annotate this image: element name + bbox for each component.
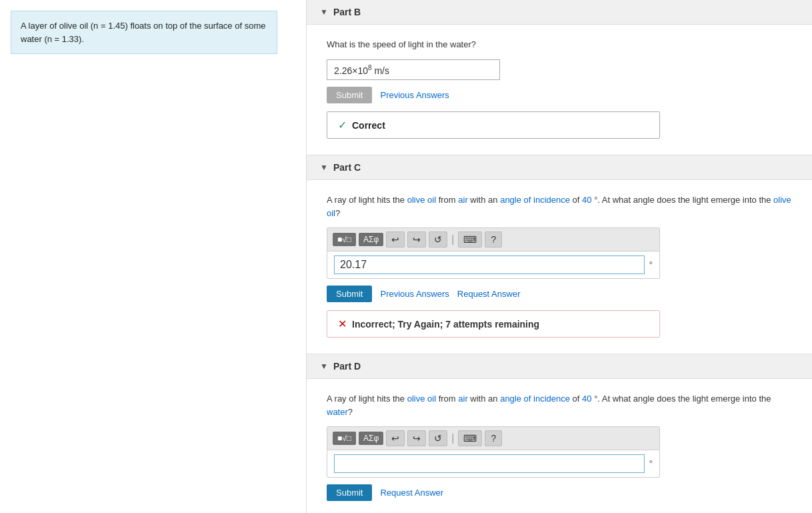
part-c-previous-answers-link[interactable]: Previous Answers	[380, 289, 449, 299]
part-b-body: What is the speed of light in the water?…	[307, 25, 812, 155]
part-d-reset-btn[interactable]: ↺	[429, 430, 447, 446]
part-d-math-input-container: ■√□ ΑΣφ ↩ ↪ ↺ | ⌨ ? °	[327, 426, 660, 478]
part-d-request-answer-link[interactable]: Request Answer	[380, 488, 443, 498]
part-d-sqrt-btn[interactable]: ■√□	[333, 432, 356, 445]
part-c-math-input-container: ■√□ ΑΣφ ↩ ↪ ↺ | ⌨ ? °	[327, 227, 660, 279]
part-c-undo-btn[interactable]: ↩	[386, 231, 405, 247]
part-b-previous-answers-link[interactable]: Previous Answers	[380, 90, 449, 100]
part-c-keyboard-btn[interactable]: ⌨	[458, 231, 482, 247]
part-c-degree-symbol: °	[649, 260, 653, 270]
part-d-body: A ray of light hits the olive oil from a…	[307, 379, 812, 513]
part-c-actions: Submit Previous Answers Request Answer	[327, 286, 792, 302]
part-b-answer-value: 2.26×108 m/s	[334, 64, 389, 76]
main-content: ▼ Part B What is the speed of light in t…	[307, 0, 812, 513]
part-d-symbol-btn[interactable]: ΑΣφ	[359, 432, 383, 445]
part-d-toolbar: ■√□ ΑΣφ ↩ ↪ ↺ | ⌨ ?	[327, 427, 659, 450]
part-c-section: ▼ Part C A ray of light hits the olive o…	[307, 155, 812, 354]
part-d-input-area: °	[327, 450, 659, 477]
part-c-redo-btn[interactable]: ↪	[407, 231, 426, 247]
part-d-label: Part D	[333, 361, 361, 372]
part-c-question: A ray of light hits the olive oil from a…	[327, 193, 792, 219]
part-d-submit-button[interactable]: Submit	[327, 484, 372, 501]
part-c-symbol-btn[interactable]: ΑΣφ	[359, 233, 383, 246]
part-b-section: ▼ Part B What is the speed of light in t…	[307, 0, 812, 155]
part-d-undo-btn[interactable]: ↩	[386, 430, 405, 446]
part-d-help-btn[interactable]: ?	[485, 430, 502, 446]
part-d-keyboard-btn[interactable]: ⌨	[458, 430, 482, 446]
part-c-text-input[interactable]	[334, 255, 645, 274]
part-c-header: ▼ Part C	[307, 155, 812, 180]
part-c-collapse-icon[interactable]: ▼	[320, 163, 328, 172]
part-b-question: What is the speed of light in the water?	[327, 38, 792, 51]
part-c-result-text: Incorrect; Try Again; 7 attempts remaini…	[352, 319, 539, 330]
part-c-input-area: °	[327, 251, 659, 278]
part-c-toolbar: ■√□ ΑΣφ ↩ ↪ ↺ | ⌨ ?	[327, 228, 659, 251]
part-c-body: A ray of light hits the olive oil from a…	[307, 180, 812, 354]
part-b-header: ▼ Part B	[307, 0, 812, 25]
part-b-collapse-icon[interactable]: ▼	[320, 7, 328, 17]
part-c-label: Part C	[333, 162, 361, 173]
part-d-question: A ray of light hits the olive oil from a…	[327, 392, 792, 418]
part-c-result-box: ✕ Incorrect; Try Again; 7 attempts remai…	[327, 310, 660, 338]
part-b-actions: Submit Previous Answers	[327, 87, 792, 103]
part-c-sqrt-btn[interactable]: ■√□	[333, 233, 356, 246]
part-b-submit-button[interactable]: Submit	[327, 87, 372, 103]
part-d-collapse-icon[interactable]: ▼	[320, 362, 328, 371]
part-c-q-pre: A ray of light hits the olive oil from a…	[327, 195, 791, 218]
part-c-request-answer-link[interactable]: Request Answer	[457, 289, 521, 299]
part-d-section: ▼ Part D A ray of light hits the olive o…	[307, 354, 812, 513]
part-b-result-box: ✓ Correct	[327, 111, 660, 139]
part-b-result-text: Correct	[352, 120, 385, 131]
part-d-text-input[interactable]	[334, 454, 645, 473]
problem-text-content: A layer of olive oil (n = 1.45) floats o…	[21, 21, 265, 44]
sidebar: A layer of olive oil (n = 1.45) floats o…	[0, 0, 307, 513]
part-c-reset-btn[interactable]: ↺	[429, 231, 447, 247]
part-d-header: ▼ Part D	[307, 354, 812, 379]
part-d-q-pre: A ray of light hits the olive oil from a…	[327, 394, 771, 417]
problem-text: A layer of olive oil (n = 1.45) floats o…	[11, 11, 277, 54]
part-d-separator: |	[451, 432, 454, 444]
part-c-submit-button[interactable]: Submit	[327, 286, 372, 302]
part-d-actions: Submit Request Answer	[327, 484, 792, 501]
part-c-separator: |	[451, 233, 454, 245]
part-d-degree-symbol: °	[649, 458, 653, 469]
part-b-result-icon: ✓	[338, 119, 347, 131]
part-b-answer-display: 2.26×108 m/s	[327, 59, 500, 81]
part-b-label: Part B	[333, 7, 361, 17]
part-c-result-icon: ✕	[338, 318, 347, 330]
part-d-redo-btn[interactable]: ↪	[407, 430, 426, 446]
part-c-help-btn[interactable]: ?	[485, 231, 502, 247]
